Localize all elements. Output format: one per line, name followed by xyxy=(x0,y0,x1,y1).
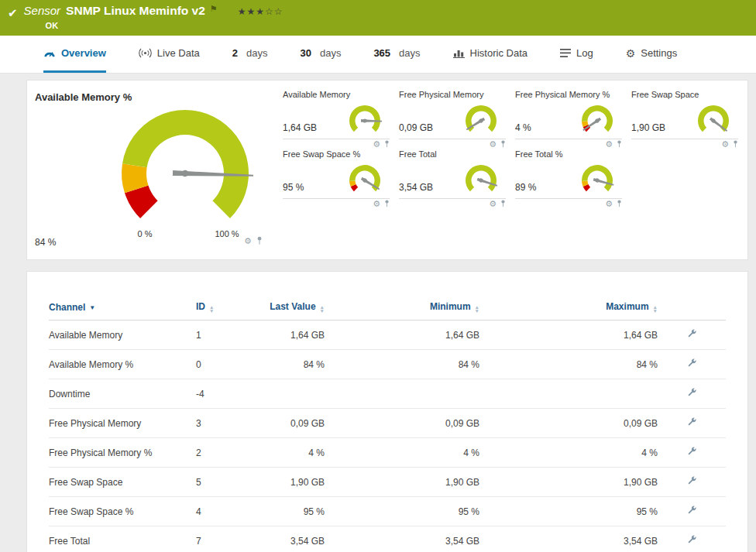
channel-settings-icon[interactable] xyxy=(686,446,697,459)
priority-stars[interactable]: ★★★☆☆ xyxy=(238,6,284,17)
tab-365-days[interactable]: 365days xyxy=(373,36,420,73)
sort-icon: ▲▼ xyxy=(209,305,214,313)
channel-id-cell: 0 xyxy=(196,350,247,379)
minimum-cell: 84 % xyxy=(325,350,479,379)
sensor-title: SNMP Linux Meminfo v2 xyxy=(66,4,205,18)
channel-name-cell: Free Total xyxy=(49,526,196,552)
channel-settings-icon[interactable] xyxy=(686,505,697,518)
sensor-status-text: OK xyxy=(46,21,284,30)
channel-id-cell: 4 xyxy=(196,497,247,526)
mini-gauge-available-memory: Available Memory 1,64 GB ⚙ xyxy=(283,90,390,147)
column-header-last-value[interactable]: Last Value▲▼ xyxy=(247,295,325,321)
column-header-maximum[interactable]: Maximum▲▼ xyxy=(479,295,658,321)
channels-panel: Channel▼ ID▲▼ Last Value▲▼ Minimum▲▼ Max… xyxy=(26,271,748,552)
channel-settings-icon[interactable] xyxy=(686,358,697,371)
tab-label: days xyxy=(246,47,267,59)
gear-icon[interactable]: ⚙ xyxy=(721,140,729,149)
mini-gauge-value: 1,90 GB xyxy=(631,122,665,139)
channel-settings-icon[interactable] xyxy=(686,387,697,400)
last-value-cell: 1,64 GB xyxy=(247,321,325,350)
pin-icon[interactable] xyxy=(500,140,506,148)
table-row: Downtime -4 xyxy=(49,379,726,409)
last-value-cell: 95 % xyxy=(247,497,325,526)
minimum-cell xyxy=(325,379,479,409)
channel-settings-icon[interactable] xyxy=(686,328,697,341)
channel-name-cell: Available Memory xyxy=(49,321,196,350)
tab-label: Overview xyxy=(61,47,106,59)
object-kind-label: Sensor xyxy=(24,4,61,17)
last-value-cell: 84 % xyxy=(247,350,325,379)
tab-log[interactable]: Log xyxy=(560,36,593,73)
channel-settings-icon[interactable] xyxy=(686,475,697,489)
mini-gauge-dial xyxy=(577,102,619,139)
bar-chart-icon xyxy=(453,49,465,58)
mini-gauge-dial xyxy=(693,102,735,139)
pin-icon[interactable] xyxy=(384,140,390,148)
channel-settings-icon[interactable] xyxy=(686,534,697,547)
mini-gauge-label: Free Total xyxy=(399,149,506,162)
column-header-channel[interactable]: Channel▼ xyxy=(49,295,196,321)
tab-bar: Overview Live Data 2days 30days 365days … xyxy=(0,36,756,74)
gear-icon[interactable]: ⚙ xyxy=(244,237,252,245)
tab-live-data[interactable]: Live Data xyxy=(139,36,200,73)
table-row: Free Total 7 3,54 GB 3,54 GB 3,54 GB xyxy=(49,526,726,552)
mini-gauge-value: 89 % xyxy=(515,182,536,198)
gauge-max-label: 100 % xyxy=(215,229,239,238)
sort-icon: ▲▼ xyxy=(653,305,658,313)
last-value-cell: 4 % xyxy=(247,438,325,468)
channel-name-cell: Downtime xyxy=(49,379,196,409)
maximum-cell: 84 % xyxy=(479,350,658,379)
last-value-cell: 0,09 GB xyxy=(247,409,325,438)
tab-overview[interactable]: Overview xyxy=(43,36,106,73)
gear-icon[interactable]: ⚙ xyxy=(373,200,380,208)
channel-id-cell: 3 xyxy=(196,409,247,438)
pin-icon[interactable] xyxy=(500,200,506,207)
priority-flag-icon[interactable]: ⚑ xyxy=(210,4,218,14)
channel-name-cell: Free Physical Memory % xyxy=(49,438,196,468)
mini-gauge-dial xyxy=(461,162,503,198)
channel-name-cell: Free Physical Memory xyxy=(49,409,196,438)
pin-icon[interactable] xyxy=(256,236,263,245)
last-value-cell: 3,54 GB xyxy=(247,526,325,552)
gear-icon[interactable]: ⚙ xyxy=(489,140,497,149)
gear-icon[interactable]: ⚙ xyxy=(373,140,380,149)
gear-icon[interactable]: ⚙ xyxy=(605,140,613,149)
main-gauge: Available Memory % 0 % 100 % 84 % ⚙ xyxy=(27,81,283,259)
tab-label: days xyxy=(320,47,341,59)
mini-gauge-grid: Available Memory 1,64 GB ⚙ Free Physical… xyxy=(283,90,738,207)
column-header-minimum[interactable]: Minimum▲▼ xyxy=(325,295,479,321)
mini-gauge-dial xyxy=(345,162,387,198)
tab-label: Historic Data xyxy=(470,47,527,59)
pin-icon[interactable] xyxy=(617,200,622,207)
tab-2-days[interactable]: 2days xyxy=(232,36,268,73)
maximum-cell: 0,09 GB xyxy=(479,409,658,438)
column-header-id[interactable]: ID▲▼ xyxy=(196,295,247,321)
mini-gauge-dial xyxy=(577,162,619,198)
gear-icon[interactable]: ⚙ xyxy=(605,200,613,208)
tab-historic-data[interactable]: Historic Data xyxy=(453,36,527,73)
gear-icon[interactable]: ⚙ xyxy=(489,200,497,208)
gauge-min-label: 0 % xyxy=(138,229,153,238)
mini-gauge-label: Free Physical Memory % xyxy=(515,90,622,102)
tab-number: 365 xyxy=(373,47,390,59)
channel-id-cell: 5 xyxy=(196,468,247,497)
minimum-cell: 95 % xyxy=(325,497,479,526)
maximum-cell xyxy=(479,379,658,409)
sensor-header: ✔ Sensor SNMP Linux Meminfo v2 ⚑ ★★★☆☆ O… xyxy=(0,0,756,36)
channel-settings-icon[interactable] xyxy=(686,417,697,430)
pin-icon[interactable] xyxy=(384,200,390,207)
tab-settings[interactable]: ⚙ Settings xyxy=(626,36,678,73)
tab-number: 30 xyxy=(300,47,311,59)
live-data-icon xyxy=(139,48,152,58)
pin-icon[interactable] xyxy=(617,140,622,148)
mini-gauge-free-total-pct: Free Total % 89 % ⚙ xyxy=(515,149,622,207)
mini-gauge-label: Free Swap Space xyxy=(631,90,738,102)
last-value-cell xyxy=(247,379,325,409)
tab-number: 2 xyxy=(232,47,238,59)
channel-id-cell: 2 xyxy=(196,438,247,468)
tab-30-days[interactable]: 30days xyxy=(300,36,341,73)
mini-gauge-dial xyxy=(345,102,387,139)
channel-id-cell: 1 xyxy=(196,321,247,350)
sort-desc-icon: ▼ xyxy=(89,304,95,311)
pin-icon[interactable] xyxy=(733,140,738,148)
